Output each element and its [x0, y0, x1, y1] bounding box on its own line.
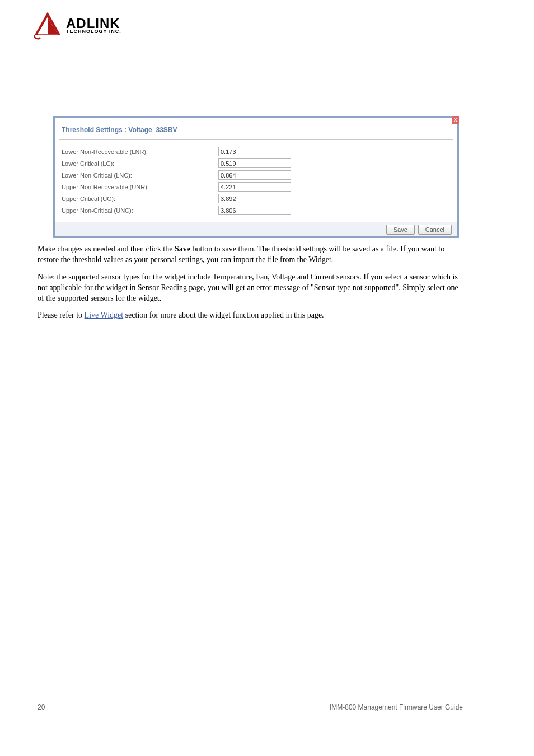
field-row-lnr: Lower Non-Recoverable (LNR): [62, 146, 451, 157]
logo-mark-icon [32, 10, 63, 40]
page-footer: 20 IMM-800 Management Firmware User Guid… [38, 703, 463, 711]
threshold-fields: Lower Non-Recoverable (LNR): Lower Criti… [55, 144, 457, 222]
field-row-unc: Upper Non-Critical (UNC): [62, 204, 451, 216]
field-label: Upper Non-Recoverable (UNR): [62, 184, 218, 190]
field-label: Lower Critical (LC): [62, 160, 218, 167]
doc-title: IMM-800 Management Firmware User Guide [330, 703, 463, 711]
lnr-input[interactable] [218, 147, 291, 156]
threshold-settings-dialog: Threshold Settings : Voltage_33SBV X Low… [53, 116, 459, 238]
dialog-title: Threshold Settings : Voltage_33SBV [62, 126, 177, 134]
paragraph-3: Please refer to Live Widget section for … [38, 310, 463, 321]
logo-main: ADLINK [66, 17, 121, 30]
field-label: Upper Non-Critical (UNC): [62, 207, 218, 214]
dialog-footer: Save Cancel [55, 222, 457, 236]
field-row-lnc: Lower Non-Critical (LNC): [62, 169, 451, 181]
cancel-button[interactable]: Cancel [418, 225, 452, 235]
uc-input[interactable] [218, 194, 291, 203]
quoted-message: "Sensor type not supported" [311, 283, 399, 292]
logo-text: ADLINK TECHNOLOGY INC. [66, 17, 121, 34]
field-label: Lower Non-Recoverable (LNR): [62, 148, 218, 155]
paragraph-2: Note: the supported sensor types for the… [38, 272, 463, 304]
dialog-header: Threshold Settings : Voltage_33SBV X [55, 118, 457, 139]
svg-point-3 [39, 38, 41, 40]
lc-input[interactable] [218, 158, 291, 168]
close-icon[interactable]: X [452, 116, 459, 124]
lnc-input[interactable] [218, 170, 291, 180]
unr-input[interactable] [218, 182, 291, 192]
text: section for more about the widget functi… [123, 311, 324, 319]
text: Please refer to [38, 311, 85, 319]
dialog-separator [59, 139, 453, 140]
live-widget-link[interactable]: Live Widget [85, 311, 124, 319]
text: Make changes as needed and then click th… [38, 245, 175, 253]
document-body: Make changes as needed and then click th… [38, 244, 463, 321]
save-strong: Save [175, 245, 190, 253]
adlink-logo: ADLINK TECHNOLOGY INC. [32, 10, 121, 40]
unc-input[interactable] [218, 206, 291, 215]
save-button[interactable]: Save [386, 225, 415, 235]
field-row-unr: Upper Non-Recoverable (UNR): [62, 181, 451, 193]
field-row-lc: Lower Critical (LC): [62, 157, 451, 169]
paragraph-1: Make changes as needed and then click th… [38, 244, 463, 265]
field-label: Upper Critical (UC): [62, 195, 218, 202]
field-label: Lower Non-Critical (LNC): [62, 172, 218, 179]
field-row-uc: Upper Critical (UC): [62, 193, 451, 204]
logo-sub: TECHNOLOGY INC. [66, 29, 121, 34]
page-number: 20 [38, 703, 45, 711]
